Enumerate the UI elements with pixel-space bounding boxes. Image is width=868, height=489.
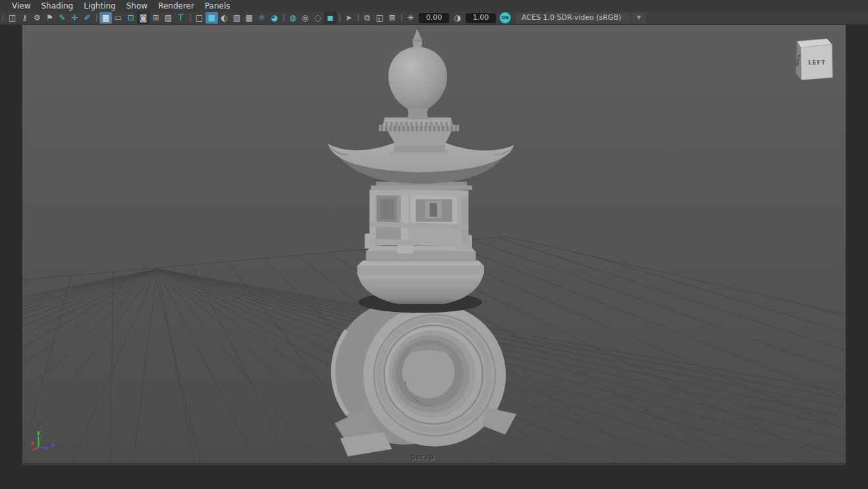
panel-toolbar: ◫⚷⚙⚑✎✛✐▦▭⊡◙⊞▨T□■◐▧▩☼◕◍◎◌◼➤⧉◱⊠✳0.00◑1.00O…	[0, 12, 868, 25]
image-plane-pencil-icon[interactable]: ✎	[56, 12, 68, 24]
panel-menu-bar: ViewShadingLightingShowRendererPanels	[0, 0, 868, 12]
textured-display-icon[interactable]: ▧	[231, 12, 243, 24]
color-management-toggle[interactable]: ON	[500, 13, 510, 23]
grid-toggle-icon[interactable]: ▦	[99, 12, 112, 24]
field-chart-icon[interactable]: ⊞	[149, 12, 162, 24]
grease-pencil-icon[interactable]: ✐	[81, 12, 94, 24]
pan-zoom-tool-icon[interactable]: ✛	[68, 12, 81, 24]
bookmark-view-icon[interactable]: ⚑	[43, 12, 56, 24]
x-axis-label: x	[30, 439, 34, 446]
y-axis-label: y	[37, 428, 41, 436]
floor-shadows-icon[interactable]: ◍	[286, 12, 299, 24]
menu-lighting[interactable]: Lighting	[78, 0, 121, 12]
camera-label: persp	[410, 452, 434, 461]
wireframe-on-shaded-icon[interactable]: ◐	[218, 12, 231, 24]
exposure-icon[interactable]: ✳	[404, 12, 417, 24]
use-default-material-icon[interactable]: ▩	[243, 12, 256, 24]
wireframe-display-icon[interactable]: □	[193, 12, 205, 24]
shaded-display-icon[interactable]: ■	[205, 12, 218, 24]
lock-camera-icon[interactable]: ⚷	[18, 12, 31, 24]
safe-title-icon[interactable]: T	[175, 12, 187, 24]
separator	[355, 12, 361, 24]
viewport-render: BACK LEFT y x z persp persp	[0, 25, 868, 488]
menu-renderer[interactable]: Renderer	[153, 0, 200, 12]
isolate-select-icon[interactable]: ➤	[342, 12, 355, 24]
maya-viewport-panel: ViewShadingLightingShowRendererPanels ◫⚷…	[0, 0, 868, 489]
menu-show[interactable]: Show	[121, 0, 153, 12]
resolution-gate-icon[interactable]: ⊡	[124, 12, 137, 24]
lighting-icon[interactable]: ☼	[256, 12, 268, 24]
separator	[187, 12, 193, 24]
colorspace-dropdown[interactable]: ACES 1.0 SDR-video (sRGB)	[516, 13, 630, 24]
view-cube[interactable]: BACK LEFT	[794, 39, 832, 80]
gamma-field[interactable]: 1.00	[466, 13, 496, 23]
shadows-icon[interactable]: ◕	[268, 12, 281, 24]
select-camera-icon[interactable]: ◫	[6, 12, 18, 24]
gate-mask-icon[interactable]: ◙	[137, 12, 149, 24]
contrast-icon[interactable]: ◑	[451, 12, 464, 24]
drag-handle	[1, 12, 6, 24]
menu-panels[interactable]: Panels	[200, 0, 236, 12]
camera-attributes-icon[interactable]: ⚙	[31, 12, 43, 24]
window-bottom-edge	[22, 463, 846, 465]
menu-shading[interactable]: Shading	[36, 0, 78, 12]
separator	[398, 12, 404, 24]
colorspace-dropdown-arrow[interactable]: ▼	[632, 13, 646, 24]
viewport-canvas[interactable]: BACK LEFT y x z persp persp	[0, 25, 868, 488]
menu-view[interactable]: View	[7, 0, 36, 12]
separator	[94, 12, 99, 24]
xray-icon[interactable]: ⧉	[361, 12, 373, 24]
xray-active-components-icon[interactable]: ◱	[373, 12, 386, 24]
image-plane-icon[interactable]: ▨	[162, 12, 175, 24]
motion-blur-icon[interactable]: ◌	[312, 12, 324, 24]
z-axis-label: z	[51, 441, 55, 448]
anti-aliasing-icon[interactable]: ◼	[324, 12, 337, 24]
separator	[281, 12, 286, 24]
exposure-field[interactable]: 0.00	[419, 13, 449, 23]
xray-joints-icon[interactable]: ⊠	[386, 12, 398, 24]
view-cube-front-label: LEFT	[808, 59, 826, 66]
ambient-occlusion-icon[interactable]: ◎	[299, 12, 312, 24]
film-gate-icon[interactable]: ▭	[112, 12, 124, 24]
separator	[337, 12, 342, 24]
